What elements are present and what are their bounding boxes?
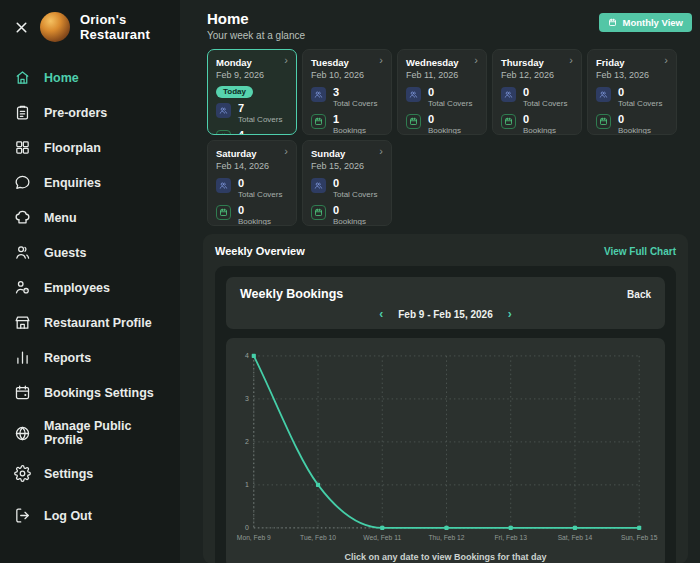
data-point[interactable]	[444, 526, 448, 530]
monthly-view-button[interactable]: Monthly View	[599, 13, 692, 32]
settings-icon	[14, 465, 31, 482]
weekly-overview-body: Weekly Bookings Back ‹ Feb 9 - Feb 15, 2…	[215, 266, 676, 563]
sidebar-item-label: Manage Public Profile	[44, 419, 166, 447]
card-stats: 0Total Covers0Bookings	[216, 177, 288, 226]
sidebar-item-menu[interactable]: Menu	[0, 200, 180, 235]
sidebar-item-label: Menu	[44, 211, 77, 225]
bookings-settings-icon	[14, 384, 31, 401]
bookings-value: 0	[618, 113, 651, 125]
week-card-monday[interactable]: ›MondayFeb 9, 2026Today7Total Covers4Boo…	[207, 49, 297, 135]
x-tick-label: Sat, Feb 14	[558, 534, 593, 541]
covers-icon-box	[406, 87, 421, 102]
sidebar-item-label: Home	[44, 71, 79, 85]
covers-icon-box	[311, 178, 326, 193]
calendar-icon	[608, 18, 617, 27]
bookings-calendar-icon-box	[216, 205, 231, 220]
card-date: Feb 14, 2026	[216, 161, 288, 171]
total-covers-value: 0	[523, 86, 567, 98]
card-day: Saturday	[216, 148, 288, 159]
chart-caption: Click on any date to view Bookings for t…	[236, 552, 655, 562]
card-stats: 0Total Covers0Bookings	[596, 86, 668, 135]
sidebar-item-label: Restaurant Profile	[44, 316, 152, 330]
week-card-friday[interactable]: ›FridayFeb 13, 20260Total Covers0Booking…	[587, 49, 677, 135]
back-button[interactable]: Back	[627, 289, 651, 300]
week-card-wednesday[interactable]: ›WednesdayFeb 11, 20260Total Covers0Book…	[397, 49, 487, 135]
people-icon	[314, 181, 323, 190]
chart-title: Weekly Bookings	[240, 287, 343, 301]
bookings-value: 4	[238, 129, 271, 135]
sidebar-item-restaurant-profile[interactable]: Restaurant Profile	[0, 305, 180, 340]
card-stats: 0Total Covers0Bookings	[501, 86, 573, 135]
chart-card: 01234Mon, Feb 9Tue, Feb 10Wed, Feb 11Thu…	[226, 338, 665, 563]
calendar-icon	[409, 117, 418, 126]
data-point[interactable]	[380, 526, 384, 530]
card-stats: 0Total Covers0Bookings	[311, 177, 383, 226]
bookings-label: Bookings	[333, 126, 366, 135]
week-card-thursday[interactable]: ›ThursdayFeb 12, 20260Total Covers0Booki…	[492, 49, 582, 135]
view-full-chart-link[interactable]: View Full Chart	[604, 246, 676, 257]
total-covers-stat: 0Total Covers	[406, 86, 478, 108]
x-tick-label: Wed, Feb 11	[363, 534, 401, 541]
card-date: Feb 12, 2026	[501, 70, 573, 80]
sidebar-item-manage-public-profile[interactable]: Manage Public Profile	[0, 410, 180, 456]
data-point[interactable]	[509, 526, 513, 530]
weekly-bookings-chart[interactable]: 01234Mon, Feb 9Tue, Feb 10Wed, Feb 11Thu…	[236, 350, 655, 548]
card-date: Feb 11, 2026	[406, 70, 478, 80]
covers-icon-box	[216, 178, 231, 193]
data-point[interactable]	[637, 526, 641, 530]
total-covers-value: 0	[618, 86, 662, 98]
card-day: Tuesday	[311, 57, 383, 68]
close-icon[interactable]	[13, 19, 30, 36]
card-day: Friday	[596, 57, 668, 68]
sidebar-item-home[interactable]: Home	[0, 60, 180, 95]
card-day: Monday	[216, 57, 288, 68]
total-covers-label: Total Covers	[523, 99, 567, 108]
sidebar: Orion's Restaurant HomePre-ordersFloorpl…	[0, 0, 180, 563]
y-tick-label: 3	[245, 395, 249, 402]
sidebar-item-pre-orders[interactable]: Pre-orders	[0, 95, 180, 130]
total-covers-label: Total Covers	[618, 99, 662, 108]
weekly-overview-title: Weekly Overview	[215, 245, 305, 257]
monthly-view-label: Monthly View	[622, 17, 683, 28]
weekly-overview-header: Weekly Overview View Full Chart	[215, 245, 676, 257]
total-covers-value: 0	[428, 86, 472, 98]
sidebar-item-label: Bookings Settings	[44, 386, 154, 400]
week-card-sunday[interactable]: ›SundayFeb 15, 20260Total Covers0Booking…	[302, 140, 392, 226]
week-card-saturday[interactable]: ›SaturdayFeb 14, 20260Total Covers0Booki…	[207, 140, 297, 226]
floorplan-icon	[14, 139, 31, 156]
next-week-button[interactable]: ›	[508, 308, 512, 320]
sidebar-item-log-out[interactable]: Log Out	[0, 498, 180, 533]
x-tick-label: Thu, Feb 12	[428, 534, 464, 541]
bookings-value: 0	[428, 113, 461, 125]
x-tick-label: Fri, Feb 13	[495, 534, 528, 541]
sidebar-item-bookings-settings[interactable]: Bookings Settings	[0, 375, 180, 410]
home-icon	[14, 69, 31, 86]
card-day: Thursday	[501, 57, 573, 68]
prev-week-button[interactable]: ‹	[379, 308, 383, 320]
people-icon	[599, 90, 608, 99]
bookings-label: Bookings	[333, 217, 366, 226]
sidebar-item-floorplan[interactable]: Floorplan	[0, 130, 180, 165]
week-card-tuesday[interactable]: ›TuesdayFeb 10, 20263Total Covers1Bookin…	[302, 49, 392, 135]
bookings-label: Bookings	[523, 126, 556, 135]
data-point[interactable]	[252, 354, 256, 358]
sidebar-item-settings[interactable]: Settings	[0, 456, 180, 491]
sidebar-item-enquiries[interactable]: Enquiries	[0, 165, 180, 200]
x-tick-label: Sun, Feb 15	[621, 534, 658, 541]
total-covers-stat: 0Total Covers	[501, 86, 573, 108]
total-covers-value: 7	[238, 102, 282, 114]
chevron-right-icon: ›	[284, 55, 288, 66]
y-tick-label: 0	[245, 524, 249, 531]
card-day: Wednesday	[406, 57, 478, 68]
weekly-overview-panel: Weekly Overview View Full Chart Weekly B…	[203, 234, 688, 563]
calendar-icon	[608, 18, 617, 27]
data-point[interactable]	[316, 483, 320, 487]
total-covers-stat: 3Total Covers	[311, 86, 383, 108]
covers-icon-box	[501, 87, 516, 102]
sidebar-item-employees[interactable]: Employees	[0, 270, 180, 305]
log-out-icon	[14, 507, 31, 524]
data-point[interactable]	[573, 526, 577, 530]
sidebar-item-reports[interactable]: Reports	[0, 340, 180, 375]
sidebar-item-guests[interactable]: Guests	[0, 235, 180, 270]
main-content: Home Your week at a glance Monthly View …	[180, 0, 700, 563]
